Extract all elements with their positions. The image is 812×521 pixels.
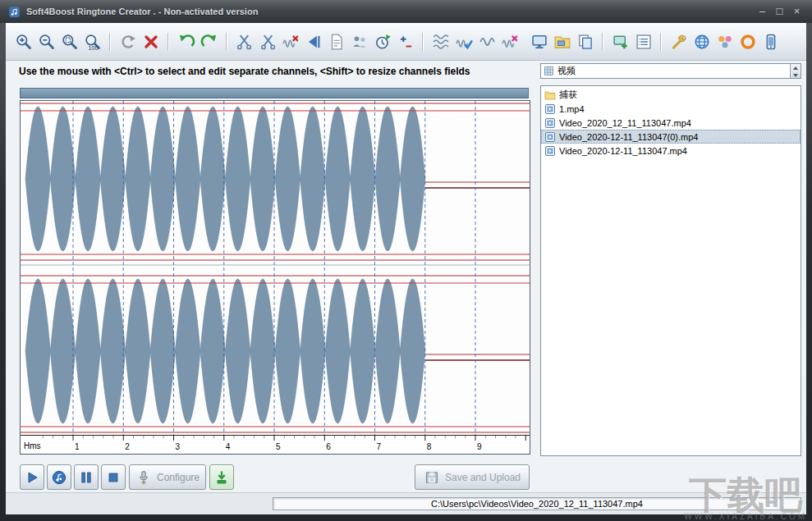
spinner-down-icon[interactable] [791, 71, 801, 79]
delete-icon [142, 33, 160, 51]
configure-label: Configure [157, 472, 200, 483]
video-folder-icon [553, 33, 571, 51]
apply-effect-button[interactable] [452, 30, 475, 54]
overview-bar[interactable] [20, 88, 529, 98]
file-name: Video_2020_12_11_113047.mp4 [559, 118, 691, 128]
apply-effect-icon [455, 33, 473, 51]
cancel-effect-button[interactable] [498, 30, 521, 54]
delete-selection-button[interactable] [279, 30, 301, 54]
stop-button[interactable] [101, 464, 126, 490]
copy-files-button[interactable] [574, 30, 596, 54]
list-item[interactable]: 捕获 [541, 88, 801, 102]
mobile-phone-button[interactable] [759, 30, 782, 54]
spinner-up-icon[interactable] [791, 64, 801, 71]
web-globe-button[interactable] [690, 30, 713, 54]
zoom-100-icon: 100 [84, 33, 102, 51]
avatars-button[interactable] [713, 30, 736, 54]
zoom-selection-button[interactable] [58, 30, 80, 54]
trim-start-icon [236, 33, 254, 51]
configure-button[interactable]: Configure [129, 464, 206, 490]
svg-text:Hms: Hms [24, 441, 41, 450]
capture-add-button[interactable] [609, 30, 631, 54]
file-name: 捕获 [559, 89, 577, 101]
list-view-icon [635, 33, 653, 51]
zoom-in-button[interactable] [12, 30, 34, 54]
maximize-button[interactable]: □ [773, 5, 787, 18]
zoom-out-icon [38, 33, 56, 51]
save-upload-button[interactable]: Save and Upload [415, 464, 530, 490]
sync-ring-button[interactable] [736, 30, 759, 54]
toolbar-separator [226, 33, 227, 51]
file-info-icon [328, 33, 346, 51]
save-icon [424, 469, 440, 486]
minimize-button[interactable]: – [755, 5, 769, 18]
restore-selection-button[interactable] [117, 30, 139, 54]
record-device-icon [213, 469, 230, 486]
mix-button[interactable] [348, 30, 370, 54]
file-info-button[interactable] [325, 30, 347, 54]
file-list-panel: 捕获1.mp4Video_2020_12_11_113047.mp4Video_… [540, 85, 801, 456]
trim-end-button[interactable] [256, 30, 278, 54]
svg-text:6: 6 [326, 442, 331, 451]
multi-channel-button[interactable] [429, 30, 452, 54]
trim-end-icon [259, 33, 277, 51]
dropdown-spinner[interactable] [790, 64, 801, 78]
redo-icon [200, 33, 218, 51]
title-bar[interactable]: Soft4Boost Ringtone Creator . - Non-acti… [0, 0, 812, 23]
pause-button[interactable] [74, 464, 99, 490]
undo-icon [177, 33, 195, 51]
playback-controls [20, 464, 126, 490]
stop-icon [105, 469, 122, 486]
restore-selection-icon [119, 33, 137, 51]
status-bar: C:\Users\pc\Videos\Video_2020_12_11_1130… [6, 492, 806, 514]
toolbar-separator [602, 33, 603, 51]
folder-dropdown[interactable]: 视频 [540, 63, 801, 79]
play-button[interactable] [20, 464, 44, 490]
svg-text:8: 8 [427, 442, 432, 451]
timer-icon [374, 33, 392, 51]
mini-wave-button[interactable] [475, 30, 498, 54]
close-button[interactable]: × [790, 5, 804, 18]
timer-button[interactable] [371, 30, 393, 54]
plus-minus-button[interactable] [394, 30, 416, 54]
zoom-out-button[interactable] [35, 30, 57, 54]
tools-wrench-icon [670, 33, 688, 51]
toolbar-right-group [528, 30, 782, 54]
monitor-icon [530, 33, 548, 51]
delete-button[interactable] [140, 30, 162, 54]
multi-channel-icon [432, 33, 450, 51]
zoom-100-button[interactable]: 100 [81, 30, 103, 54]
waveform-editor[interactable]: Hms123456789 [20, 100, 530, 455]
trim-start-button[interactable] [233, 30, 255, 54]
monitor-button[interactable] [528, 30, 550, 54]
play-marker-button[interactable] [302, 30, 324, 54]
video-folder-button[interactable] [551, 30, 573, 54]
waveform-canvas[interactable] [21, 101, 530, 435]
list-item[interactable]: Video_2020-12-11_113047.mp4 [541, 144, 801, 158]
svg-text:4: 4 [226, 442, 231, 451]
tools-wrench-button[interactable] [667, 30, 690, 54]
list-view-button[interactable] [632, 30, 654, 54]
time-ruler: Hms123456789 [21, 435, 530, 453]
undo-button[interactable] [175, 30, 197, 54]
video-file-icon [544, 104, 556, 114]
plus-minus-icon [397, 33, 415, 51]
list-item[interactable]: 1.mp4 [541, 102, 801, 116]
file-list: 捕获1.mp4Video_2020_12_11_113047.mp4Video_… [541, 88, 801, 158]
video-file-icon [544, 118, 556, 128]
list-item[interactable]: Video_2020_12_11_113047.mp4 [541, 116, 801, 130]
play-icon [24, 469, 40, 486]
copy-files-icon [576, 33, 594, 51]
toolbar-left-group: 100 [12, 30, 521, 54]
client-area: 100 Use the mouse with <Ctrl> to select … [6, 23, 806, 514]
svg-text:100: 100 [88, 45, 98, 51]
redo-button[interactable] [198, 30, 220, 54]
toolbar-separator [109, 33, 111, 51]
delete-selection-icon [282, 33, 300, 51]
record-device-button[interactable] [209, 464, 234, 490]
avatars-icon [716, 33, 734, 51]
play-marker-icon [305, 33, 323, 51]
list-item[interactable]: Video_2020-12-11_113047(0).mp4 [541, 130, 801, 144]
play-note-button[interactable] [47, 464, 71, 490]
grid-icon [544, 66, 554, 76]
